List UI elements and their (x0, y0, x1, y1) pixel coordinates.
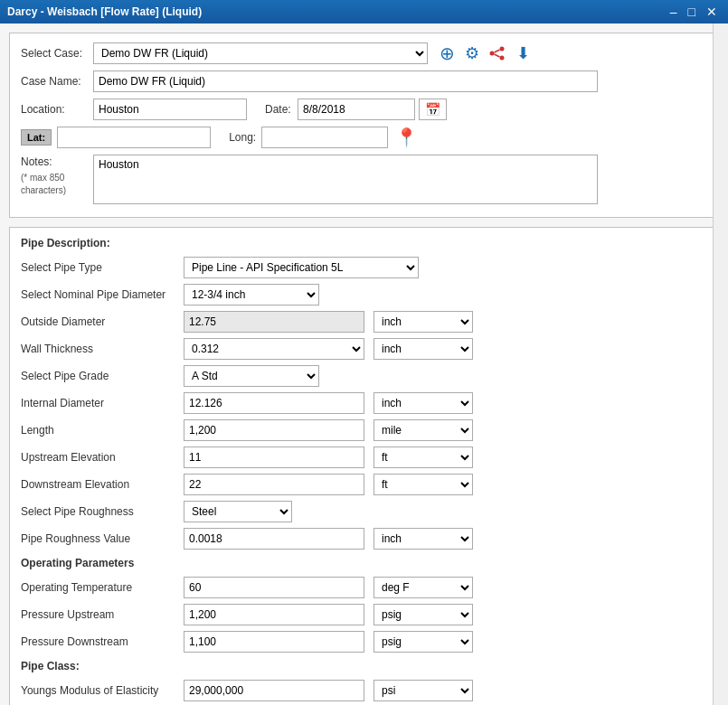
select-pipe-roughness-label: Select Pipe Roughness (21, 505, 184, 518)
maximize-button[interactable]: □ (685, 5, 699, 18)
minimize-button[interactable]: – (667, 5, 681, 18)
lat-long-row: Lat: Long: 📍 (21, 127, 707, 148)
internal-diameter-row: Internal Diameter inch (21, 392, 707, 414)
internal-diameter-input[interactable] (184, 392, 364, 414)
map-pin-icon: 📍 (395, 127, 418, 148)
window-title: Darcy - Weisbach [Flow Rate] (Liquid) (7, 5, 202, 18)
pressure-downstream-row: Pressure Downstream psig (21, 631, 707, 653)
select-case-label: Select Case: (21, 47, 93, 60)
length-unit[interactable]: mile (373, 419, 473, 441)
length-row: Length mile (21, 419, 707, 441)
wall-thickness-label: Wall Thickness (21, 343, 184, 355)
title-bar: Darcy - Weisbach [Flow Rate] (Liquid) – … (0, 0, 728, 24)
pipe-roughness-unit[interactable]: inch (373, 528, 473, 550)
internal-diameter-unit[interactable]: inch (373, 392, 473, 414)
location-label: Location: (21, 103, 93, 116)
pipe-class-title: Pipe Class: (21, 660, 707, 672)
select-nominal-label: Select Nominal Pipe Diameter (21, 288, 184, 301)
downstream-elevation-input[interactable] (184, 474, 364, 495)
case-name-row: Case Name: (21, 70, 707, 92)
wall-thickness-unit[interactable]: inch (373, 338, 473, 360)
select-nominal-dropdown[interactable]: 12-3/4 inch (184, 284, 319, 306)
downstream-elevation-label: Downstream Elevation (21, 478, 184, 491)
share-button[interactable] (487, 43, 507, 63)
svg-point-1 (500, 56, 505, 61)
length-input[interactable] (184, 419, 364, 441)
svg-line-3 (495, 50, 500, 52)
downstream-elevation-row: Downstream Elevation ft (21, 474, 707, 495)
svg-point-0 (500, 47, 505, 52)
select-pipe-type-dropdown[interactable]: Pipe Line - API Specification 5L (184, 257, 419, 278)
select-nominal-row: Select Nominal Pipe Diameter 12-3/4 inch (21, 284, 707, 306)
select-pipe-grade-dropdown[interactable]: A Std (184, 365, 319, 387)
youngs-modulus-input[interactable] (184, 680, 364, 701)
icon-toolbar: ⊕ ⚙ ⬇ (437, 43, 533, 63)
notes-row: Notes: (* max 850characters) Houston (21, 155, 707, 204)
op-temperature-unit[interactable]: deg F (373, 577, 473, 598)
select-pipe-grade-label: Select Pipe Grade (21, 370, 184, 382)
upstream-elevation-row: Upstream Elevation ft (21, 446, 707, 468)
case-name-label: Case Name: (21, 75, 93, 88)
select-pipe-grade-row: Select Pipe Grade A Std (21, 365, 707, 387)
pressure-upstream-unit[interactable]: psig (373, 604, 473, 625)
select-pipe-type-label: Select Pipe Type (21, 261, 184, 274)
top-section: Select Case: Demo DW FR (Liquid) ⊕ ⚙ (9, 33, 719, 218)
op-temperature-label: Operating Temperature (21, 581, 184, 594)
select-pipe-roughness-dropdown[interactable]: Steel (184, 501, 292, 522)
pipe-description-title: Pipe Description: (21, 237, 707, 249)
upstream-elevation-label: Upstream Elevation (21, 451, 184, 464)
date-label: Date: (265, 103, 292, 116)
pipe-roughness-value-label: Pipe Roughness Value (21, 532, 184, 545)
pressure-upstream-row: Pressure Upstream psig (21, 604, 707, 625)
main-content: Select Case: Demo DW FR (Liquid) ⊕ ⚙ (0, 24, 728, 705)
internal-diameter-label: Internal Diameter (21, 397, 184, 409)
upstream-elevation-input[interactable] (184, 446, 364, 468)
op-temperature-input[interactable] (184, 577, 364, 598)
notes-textarea[interactable]: Houston (93, 155, 598, 204)
select-pipe-type-row: Select Pipe Type Pipe Line - API Specifi… (21, 257, 707, 278)
length-label: Length (21, 424, 184, 437)
pipe-description-section: Pipe Description: Select Pipe Type Pipe … (9, 227, 719, 705)
youngs-modulus-unit[interactable]: psi (373, 680, 473, 701)
pipe-roughness-value-row: Pipe Roughness Value inch (21, 528, 707, 550)
pressure-downstream-input[interactable] (184, 631, 364, 653)
wall-thickness-dropdown[interactable]: 0.312 (184, 338, 364, 360)
download-button[interactable]: ⬇ (513, 43, 533, 63)
date-input[interactable] (298, 99, 415, 120)
long-input[interactable] (261, 127, 388, 148)
outside-diameter-input (184, 311, 364, 333)
op-temperature-row: Operating Temperature deg F (21, 577, 707, 598)
pressure-upstream-label: Pressure Upstream (21, 608, 184, 621)
select-pipe-roughness-row: Select Pipe Roughness Steel (21, 501, 707, 522)
select-case-dropdown[interactable]: Demo DW FR (Liquid) (93, 42, 428, 64)
notes-label: Notes: (* max 850characters) (21, 155, 93, 197)
outside-diameter-label: Outside Diameter (21, 315, 184, 328)
pressure-downstream-label: Pressure Downstream (21, 635, 184, 648)
window-controls: – □ ✕ (667, 5, 721, 18)
wall-thickness-row: Wall Thickness 0.312 inch (21, 338, 707, 360)
long-label: Long: (229, 131, 256, 144)
svg-point-2 (490, 52, 495, 56)
calendar-button[interactable]: 📅 (419, 99, 447, 120)
share-icon (489, 46, 506, 61)
close-button[interactable]: ✕ (703, 5, 721, 18)
location-date-row: Location: Date: 📅 (21, 99, 707, 120)
pressure-upstream-input[interactable] (184, 604, 364, 625)
downstream-elevation-unit[interactable]: ft (373, 474, 473, 495)
youngs-modulus-label: Youngs Modulus of Elasticity (21, 684, 184, 697)
calendar-icon: 📅 (425, 102, 440, 117)
pressure-downstream-unit[interactable]: psig (373, 631, 473, 653)
pipe-roughness-value-input[interactable] (184, 528, 364, 550)
select-case-row: Select Case: Demo DW FR (Liquid) ⊕ ⚙ (21, 42, 707, 64)
add-case-button[interactable]: ⊕ (437, 43, 457, 63)
lat-input[interactable] (57, 127, 211, 148)
location-input[interactable] (93, 99, 247, 120)
outside-diameter-row: Outside Diameter inch (21, 311, 707, 333)
lat-label: Lat: (21, 129, 52, 146)
settings-button[interactable]: ⚙ (462, 43, 482, 63)
svg-line-4 (495, 54, 500, 57)
upstream-elevation-unit[interactable]: ft (373, 446, 473, 468)
outside-diameter-unit[interactable]: inch (373, 311, 473, 333)
scrollbar[interactable] (713, 24, 728, 705)
case-name-input[interactable] (93, 70, 598, 92)
